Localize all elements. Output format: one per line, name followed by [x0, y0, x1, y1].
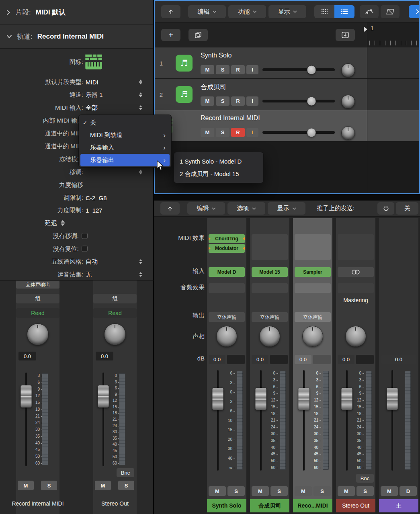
- mute-button[interactable]: M: [381, 486, 398, 496]
- marquee-tool-button[interactable]: [381, 5, 400, 18]
- mixer-strip-synth-bass[interactable]: Model 15 立体声输 0.0 0369121518212430354045…: [250, 218, 289, 512]
- volume-slider-handle[interactable]: [307, 97, 316, 105]
- chevron-right-icon[interactable]: [6, 10, 10, 15]
- audio-fx-slot[interactable]: [338, 283, 374, 293]
- solo-button[interactable]: S: [216, 96, 229, 106]
- midi-fx-slot[interactable]: Modulator: [209, 244, 245, 253]
- fader-handle[interactable]: [387, 388, 398, 410]
- back-arrow-button[interactable]: [160, 202, 180, 215]
- channel-name[interactable]: Stereo Out: [336, 499, 375, 512]
- stepper-icon[interactable]: [139, 170, 142, 174]
- no-reset-checkbox[interactable]: [82, 246, 88, 252]
- track-name[interactable]: Record Internal MIDI: [201, 115, 260, 122]
- solo-button[interactable]: S: [216, 65, 229, 74]
- record-enable-button[interactable]: R: [231, 65, 245, 74]
- stepper-icon[interactable]: [139, 259, 142, 264]
- bounce-button[interactable]: Bnc: [356, 474, 374, 483]
- mute-button[interactable]: M: [201, 96, 214, 106]
- record-enable-button[interactable]: R: [231, 96, 245, 106]
- param-value[interactable]: 无: [86, 270, 92, 278]
- solo-button[interactable]: S: [313, 486, 331, 496]
- track-row-synth-bass[interactable]: 2 合成贝司 M S R I: [155, 79, 419, 110]
- mute-button[interactable]: M: [95, 481, 111, 490]
- output-slot[interactable]: 立体声输: [295, 312, 331, 322]
- volume-db-display[interactable]: 0.0: [18, 352, 36, 360]
- audio-fx-slot[interactable]: [252, 283, 288, 293]
- stepper-icon[interactable]: [139, 80, 142, 84]
- pan-knob[interactable]: [104, 324, 126, 345]
- track-lane[interactable]: [367, 110, 419, 141]
- midi-fx-slot[interactable]: [252, 234, 288, 260]
- param-value[interactable]: 全部: [86, 104, 98, 111]
- fader-handle[interactable]: [21, 385, 32, 408]
- solo-button[interactable]: S: [216, 128, 229, 137]
- stepper-icon[interactable]: [139, 92, 142, 97]
- chevron-down-icon[interactable]: [6, 35, 12, 39]
- fader-handle[interactable]: [342, 388, 352, 410]
- options-menu-button[interactable]: 选项: [227, 202, 265, 215]
- group-slot[interactable]: 组: [93, 294, 137, 303]
- volume-slider[interactable]: [262, 68, 335, 71]
- peak-display[interactable]: [313, 355, 331, 364]
- midi-fx-slot[interactable]: ChordTrig: [209, 234, 245, 243]
- param-value[interactable]: MIDI: [86, 78, 98, 85]
- volume-fader[interactable]: [98, 373, 109, 466]
- param-value[interactable]: 乐器 1: [86, 91, 103, 98]
- volume-slider-handle[interactable]: [307, 128, 316, 137]
- mixer-strip-stereo-out[interactable]: Mastering 0.0 03691215182124303540455060…: [336, 218, 375, 512]
- track-name[interactable]: Synth Solo: [201, 52, 232, 59]
- header-lane-divider[interactable]: [367, 23, 367, 193]
- solo-button[interactable]: S: [356, 486, 374, 496]
- mute-button[interactable]: M: [18, 481, 34, 490]
- duplicate-track-button[interactable]: [188, 29, 208, 41]
- stepper-icon[interactable]: [139, 272, 142, 277]
- submenu-item-synth-solo[interactable]: 1 Synth Solo - Model D: [174, 155, 263, 168]
- pan-knob[interactable]: [341, 126, 355, 140]
- functions-menu-button[interactable]: 功能: [228, 5, 266, 18]
- no-transpose-checkbox[interactable]: [82, 233, 88, 239]
- track-icon-midi-keyboard[interactable]: [84, 53, 103, 71]
- peak-display[interactable]: [39, 352, 57, 360]
- param-value[interactable]: C-2 G8: [86, 194, 107, 201]
- volume-fader[interactable]: [342, 370, 352, 471]
- audio-fx-slot[interactable]: [209, 283, 245, 293]
- menu-item-off[interactable]: ✓ 关: [80, 117, 170, 129]
- instrument-input-slot[interactable]: Sampler: [295, 267, 331, 277]
- add-track-button[interactable]: +: [161, 29, 180, 41]
- mixer-strip-synth-solo[interactable]: ChordTrig Modulator Model D 立体声输 0.0 630…: [207, 218, 246, 512]
- mixer-strip-record-internal-midi[interactable]: Sampler 立体声输 0.0 03691215182124303540455…: [293, 218, 332, 512]
- list-view-button[interactable]: [334, 5, 354, 18]
- solo-button[interactable]: S: [270, 486, 288, 496]
- peak-display[interactable]: [227, 355, 245, 364]
- track-name[interactable]: 合成贝司: [201, 83, 226, 92]
- param-value[interactable]: 自动: [86, 258, 98, 265]
- solo-button[interactable]: S: [41, 481, 57, 490]
- channel-name[interactable]: Reco...MIDI: [293, 499, 332, 512]
- pan-knob[interactable]: [302, 326, 323, 347]
- submenu-item-synth-bass[interactable]: 2 合成贝司 - Model 15: [174, 168, 263, 180]
- mute-button[interactable]: M: [338, 486, 355, 496]
- pan-knob[interactable]: [345, 326, 366, 347]
- channel-strip-stereo-out[interactable]: 组 Read 0.0 03691215182124303540455060 Bn…: [93, 281, 137, 514]
- channel-strip-record-internal-midi[interactable]: 立体声输出 组 Read 0.0 36912151821243035404550…: [16, 281, 59, 514]
- volume-slider-handle[interactable]: [307, 66, 316, 74]
- volume-db-display[interactable]: 0.0: [96, 352, 113, 360]
- bounce-button[interactable]: Bnc: [117, 468, 134, 477]
- power-button[interactable]: [377, 202, 394, 215]
- track-lane[interactable]: [367, 47, 419, 78]
- region-inspector-header[interactable]: 片段: MIDI 默认: [0, 0, 153, 25]
- track-inspector-header[interactable]: 轨道: Record Internal MIDI: [0, 25, 153, 49]
- mixer-strip-master[interactable]: 0.0 M D 主: [379, 218, 418, 512]
- volume-slider[interactable]: [262, 100, 335, 102]
- midi-fx-slot[interactable]: [338, 234, 374, 260]
- peak-display[interactable]: [356, 355, 374, 364]
- menu-item-instrument-input[interactable]: 乐器输入 ›: [80, 141, 170, 154]
- mute-button[interactable]: M: [201, 65, 214, 74]
- back-arrow-button[interactable]: [161, 5, 180, 18]
- tool-button-partial[interactable]: [409, 5, 420, 18]
- volume-fader[interactable]: [213, 370, 223, 471]
- fader-handle[interactable]: [213, 388, 223, 410]
- sends-off-button[interactable]: 关: [396, 202, 418, 215]
- volume-db-display[interactable]: 0.0: [338, 355, 354, 364]
- instrument-input-slot[interactable]: Model D: [209, 267, 245, 277]
